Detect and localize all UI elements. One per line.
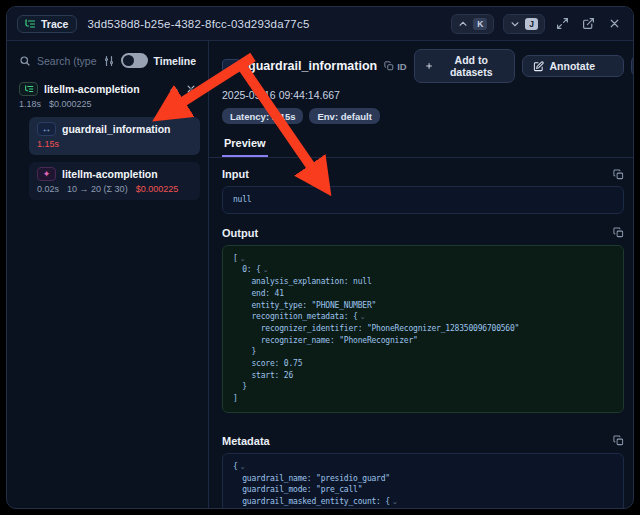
id-label: ID [397, 61, 407, 72]
annotate-button[interactable]: Annotate [523, 56, 606, 76]
trace-id: 3dd538d8-b25e-4382-8fcc-03d293da77c5 [87, 18, 441, 30]
close-icon [608, 17, 621, 30]
copy-input-button[interactable] [613, 169, 624, 180]
copy-icon [613, 435, 624, 446]
input-section: Input null [222, 168, 624, 214]
tree-item-label: litellm-acompletion [44, 83, 163, 95]
cost-value: $0.000225 [49, 99, 92, 109]
trace-badge-label: Trace [41, 18, 68, 30]
observation-title: guardrail_information [248, 59, 377, 73]
copy-icon [613, 169, 624, 180]
sparkle-icon [37, 167, 56, 181]
external-link-icon [582, 17, 595, 30]
latency-badge: Latency: 1.15s [222, 108, 303, 124]
cost-value: $0.000225 [136, 184, 179, 194]
arrow-left-right-icon [37, 122, 56, 136]
sliders-icon[interactable] [103, 55, 115, 67]
chevron-up-icon [458, 19, 468, 29]
toggle-knob [123, 55, 134, 66]
collapse-all-icon[interactable] [186, 84, 196, 94]
output-json-viewer: [ ⌄ 0: { ⌄ analysis_explanation: null en… [222, 245, 624, 413]
list-tree-icon [24, 84, 34, 94]
latency-value: 1.15s [37, 139, 59, 149]
detail-tabs: Preview [209, 133, 633, 158]
trace-icon-badge [19, 82, 38, 96]
tree-item-root-trace[interactable]: litellm-acompletion [15, 78, 200, 98]
latency-value: 1.18s [19, 99, 41, 109]
tree-item-guardrail-information[interactable]: guardrail_information 1.15s [29, 117, 200, 155]
timeline-toggle[interactable] [121, 53, 148, 68]
annotate-split-button: Annotate [522, 55, 624, 77]
next-trace-button[interactable]: J [503, 14, 545, 34]
copy-output-button[interactable] [613, 227, 624, 238]
tree-item-label: guardrail_information [62, 123, 171, 135]
trace-detail-window: Trace 3dd538d8-b25e-4382-8fcc-03d293da77… [6, 6, 634, 509]
copy-id-button[interactable]: ID [384, 61, 407, 72]
close-button[interactable] [606, 15, 623, 32]
add-to-datasets-label: Add to datasets [439, 54, 504, 78]
tree-item-litellm-acompletion[interactable]: litellm-acompletion 0.02s 10 → 20 (Σ 30)… [29, 162, 200, 200]
search-icon [19, 55, 31, 67]
plus-icon [425, 61, 433, 71]
annotate-label: Annotate [550, 60, 596, 72]
trace-type-badge: Trace [17, 15, 77, 33]
topbar: Trace 3dd538d8-b25e-4382-8fcc-03d293da77… [7, 7, 633, 41]
pen-square-icon [533, 61, 544, 72]
open-external-button[interactable] [580, 15, 597, 32]
maximize-icon [556, 17, 569, 30]
annotate-dropdown-button[interactable] [617, 58, 624, 75]
env-badge: Env: default [309, 108, 379, 124]
add-to-datasets-button[interactable]: Add to datasets [414, 49, 515, 83]
tree-item-label: litellm-acompletion [62, 168, 158, 180]
timeline-label: Timeline [154, 55, 196, 67]
copy-icon [613, 227, 624, 238]
latency-value: 0.02s [37, 184, 59, 194]
topbar-actions: K J [451, 14, 623, 34]
metadata-section: Metadata { ⌄ guardrail_name: "presidio_g… [222, 435, 624, 508]
output-section: Output [ ⌄ 0: { ⌄ analysis_explanation: … [222, 227, 624, 413]
tab-preview[interactable]: Preview [222, 135, 268, 157]
observation-detail-panel: guardrail_information ID Add to datasets… [209, 41, 633, 508]
copy-metadata-button[interactable] [613, 435, 624, 446]
metadata-json-viewer: { ⌄ guardrail_name: "presidio_guard" gua… [222, 453, 624, 508]
metadata-section-label: Metadata [222, 435, 270, 447]
chevron-down-icon [510, 19, 520, 29]
maximize-button[interactable] [554, 15, 571, 32]
input-section-label: Input [222, 168, 249, 180]
comments-button[interactable] [631, 55, 633, 77]
output-section-label: Output [222, 227, 258, 239]
prev-trace-button[interactable]: K [451, 14, 494, 34]
token-usage: 10 → 20 (Σ 30) [67, 184, 128, 194]
root-trace-metrics: 1.18s $0.000225 [15, 98, 200, 115]
arrow-left-right-icon [222, 59, 241, 73]
copy-icon [384, 61, 394, 71]
expand-all-icon[interactable] [169, 84, 179, 94]
input-json-viewer: null [222, 186, 624, 214]
shortcut-j-badge: J [525, 18, 538, 30]
list-tree-icon [24, 18, 36, 30]
shortcut-k-badge: K [473, 18, 487, 30]
search-input[interactable] [37, 55, 97, 67]
observation-timestamp: 2025-05-16 09:44:14.667 [222, 89, 624, 101]
trace-tree-sidebar: Timeline litellm-acompletion 1.18s $0.00… [7, 41, 209, 508]
